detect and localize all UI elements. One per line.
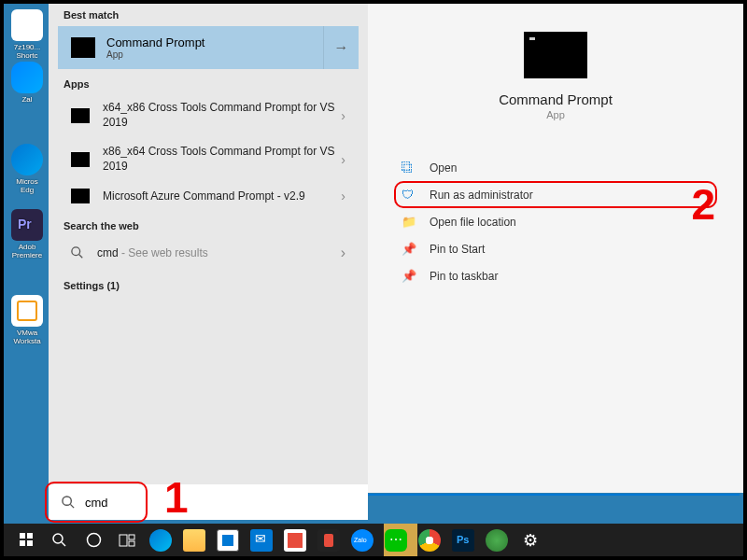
- desktop-icon-zalo[interactable]: Zal: [9, 62, 45, 113]
- chevron-right-icon: ›: [341, 152, 345, 167]
- desktop-icon-7z[interactable]: 7z190... Shortc: [9, 9, 45, 61]
- office-icon: [317, 529, 340, 552]
- svg-line-3: [70, 504, 74, 508]
- desktop-icon-edge[interactable]: Micros Edg: [9, 144, 45, 195]
- best-match-result[interactable]: Command Prompt App →: [58, 26, 359, 69]
- detail-subtitle: App: [368, 109, 743, 120]
- store-icon: [217, 529, 239, 552]
- taskbar-settings[interactable]: ⚙: [514, 524, 547, 556]
- desktop-icon-premiere[interactable]: Adob Premiere: [9, 209, 45, 260]
- pin-icon: 📌: [402, 242, 416, 256]
- annotation-1: 1: [164, 472, 189, 523]
- folder-icon: 📁: [402, 215, 416, 229]
- taskbar-edge[interactable]: [144, 524, 177, 556]
- annotation-2: 2: [691, 179, 715, 230]
- edge-icon: [149, 529, 172, 552]
- task-view-button[interactable]: [110, 524, 144, 556]
- action-pin-start[interactable]: 📌Pin to Start: [394, 235, 717, 262]
- shield-icon: 🛡: [402, 188, 416, 202]
- svg-point-6: [87, 534, 100, 547]
- svg-point-0: [72, 247, 80, 256]
- action-open[interactable]: ⿻Open: [394, 154, 717, 181]
- taskbar-chrome[interactable]: [413, 524, 446, 556]
- search-icon: [62, 496, 76, 510]
- desktop-icon-vmware[interactable]: VMwa Worksta: [9, 295, 45, 346]
- details-panel: Command Prompt App ⿻Open 🛡Run as adminis…: [368, 4, 743, 493]
- pin-icon: 📌: [402, 269, 416, 283]
- app-result[interactable]: Microsoft Azure Command Prompt - v2.9 ›: [49, 181, 368, 211]
- mail-icon: [250, 529, 273, 552]
- taskbar-store[interactable]: [211, 524, 245, 556]
- apps-header: Apps: [49, 69, 368, 93]
- gift-icon: [284, 529, 306, 552]
- chrome-icon: [418, 529, 441, 552]
- taskbar-search-button[interactable]: [43, 524, 77, 556]
- chevron-right-icon: ›: [341, 108, 345, 123]
- chevron-right-icon: ›: [341, 189, 345, 203]
- action-open-location[interactable]: 📁Open file location: [394, 208, 717, 235]
- taskbar-photoshop[interactable]: [446, 524, 480, 556]
- divider: [368, 494, 740, 496]
- best-match-title: Command Prompt: [106, 35, 345, 49]
- taskbar-office[interactable]: [312, 524, 345, 556]
- open-icon: ⿻: [402, 161, 416, 175]
- svg-point-4: [53, 534, 63, 543]
- settings-header: Settings (1): [49, 271, 368, 295]
- taskbar: ⚙: [4, 524, 743, 556]
- windows-icon: [20, 533, 34, 547]
- chevron-right-icon: ›: [341, 245, 345, 261]
- search-input[interactable]: [85, 496, 355, 510]
- taskbar-gift[interactable]: [278, 524, 312, 556]
- cmd-icon: [71, 189, 90, 203]
- photoshop-icon: [452, 529, 474, 552]
- cmd-icon: [71, 37, 95, 58]
- app-result[interactable]: x64_x86 Cross Tools Command Prompt for V…: [49, 93, 368, 137]
- taskbar-mail[interactable]: [245, 524, 278, 556]
- web-result[interactable]: cmd - See web results ›: [49, 235, 368, 271]
- expand-arrow-button[interactable]: →: [323, 26, 359, 69]
- best-match-subtitle: App: [106, 49, 345, 60]
- taskbar-explorer[interactable]: [177, 524, 211, 556]
- action-run-as-admin[interactable]: 🛡Run as administrator: [394, 181, 717, 208]
- detail-title: Command Prompt: [368, 91, 743, 107]
- action-pin-taskbar[interactable]: 📌Pin to taskbar: [394, 262, 717, 289]
- start-search-panel: Best match Command Prompt App → Apps x64…: [49, 4, 368, 493]
- cmd-icon: [71, 152, 90, 167]
- folder-icon: [183, 529, 205, 552]
- taskbar-zalo[interactable]: [345, 524, 379, 556]
- search-icon: [71, 246, 84, 259]
- start-button[interactable]: [9, 524, 43, 556]
- gear-icon: ⚙: [523, 530, 538, 551]
- taskbar-search-box[interactable]: [49, 484, 368, 520]
- app-large-icon: [524, 32, 587, 78]
- svg-rect-8: [129, 535, 134, 539]
- svg-line-1: [79, 255, 83, 259]
- app-result[interactable]: x86_x64 Cross Tools Command Prompt for V…: [49, 137, 368, 181]
- zalo-icon: [351, 529, 374, 552]
- svg-rect-9: [129, 541, 134, 546]
- taskbar-green-app[interactable]: [480, 524, 514, 556]
- green-icon: [486, 529, 508, 552]
- desktop-background: 7z190... Shortc Zal Micros Edg Adob Prem…: [4, 4, 743, 556]
- best-match-header: Best match: [49, 4, 368, 26]
- cortana-button[interactable]: [77, 524, 110, 556]
- line-icon: [385, 529, 407, 552]
- search-web-header: Search the web: [49, 211, 368, 235]
- svg-point-2: [63, 496, 71, 504]
- svg-line-5: [62, 542, 65, 546]
- cmd-icon: [71, 108, 90, 123]
- svg-rect-7: [120, 535, 127, 546]
